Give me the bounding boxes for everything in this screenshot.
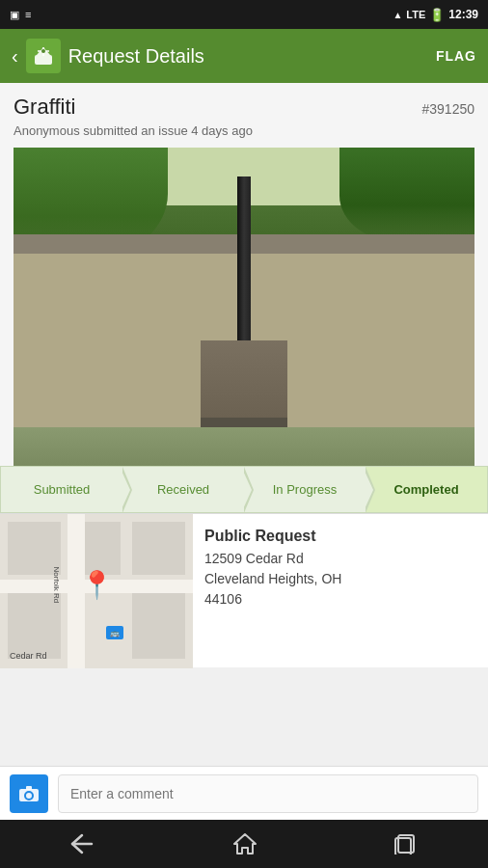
comment-bar — [0, 766, 488, 820]
tab-in-progress[interactable]: In Progress — [244, 467, 366, 512]
bars-icon: ≡ — [25, 9, 31, 20]
home-nav-button[interactable] — [232, 832, 258, 855]
cedar-rd-label: Cedar Rd — [10, 651, 47, 661]
status-bar: ▣ ≡ ▲ LTE 🔋 12:39 — [0, 0, 488, 29]
tab-completed[interactable]: Completed — [366, 467, 487, 512]
issue-number: #391250 — [421, 101, 474, 117]
issue-image — [14, 148, 474, 466]
address-section: Public Request 12509 Cedar Rd Cleveland … — [193, 514, 488, 667]
flag-button[interactable]: FLAG — [436, 48, 476, 64]
svg-rect-8 — [26, 786, 32, 790]
app-logo — [26, 39, 61, 73]
tab-received[interactable]: Received — [122, 467, 244, 512]
issue-title: Graffiti — [14, 95, 75, 120]
map-pin: 📍 — [80, 572, 114, 599]
page-title: Request Details — [68, 45, 204, 68]
lte-label: LTE — [406, 9, 425, 20]
svg-point-1 — [41, 49, 45, 53]
location-type: Public Request — [204, 528, 476, 545]
camera-button[interactable] — [10, 774, 48, 813]
status-right: ▲ LTE 🔋 12:39 — [393, 8, 478, 22]
bus-stop-icon: 🚌 — [106, 626, 123, 639]
nav-bar: ‹ Request Details FLAG — [0, 29, 488, 83]
map-container[interactable]: Cedar Rd Norfolk Rd 📍 🚌 — [0, 514, 193, 668]
svg-rect-0 — [35, 55, 52, 65]
main-content: Graffiti #391250 Anonymous submitted an … — [0, 83, 488, 466]
norfolk-rd-label: Norfolk Rd — [52, 567, 61, 604]
location-section: Cedar Rd Norfolk Rd 📍 🚌 Public Request 1… — [0, 513, 488, 667]
status-left: ▣ ≡ — [10, 9, 31, 21]
address-city: Cleveland Heights, OH — [204, 569, 476, 589]
time-label: 12:39 — [448, 8, 478, 21]
bottom-nav — [0, 820, 488, 868]
signal-icon: ▲ — [393, 10, 402, 20]
comment-input[interactable] — [58, 774, 478, 813]
battery-icon: 🔋 — [429, 8, 445, 22]
recents-nav-button[interactable] — [394, 833, 420, 854]
issue-header: Graffiti #391250 — [14, 95, 474, 120]
address-zip: 44106 — [204, 589, 476, 610]
screenshot-icon: ▣ — [10, 9, 19, 21]
back-nav-button[interactable] — [68, 833, 95, 854]
nav-left: ‹ Request Details — [12, 39, 204, 73]
progress-tabs: Submitted Received In Progress Completed — [0, 466, 488, 513]
address-street: 12509 Cedar Rd — [204, 549, 476, 569]
back-button[interactable]: ‹ — [12, 45, 18, 68]
issue-subtitle: Anonymous submitted an issue 4 days ago — [14, 123, 474, 138]
tab-submitted[interactable]: Submitted — [1, 467, 122, 512]
